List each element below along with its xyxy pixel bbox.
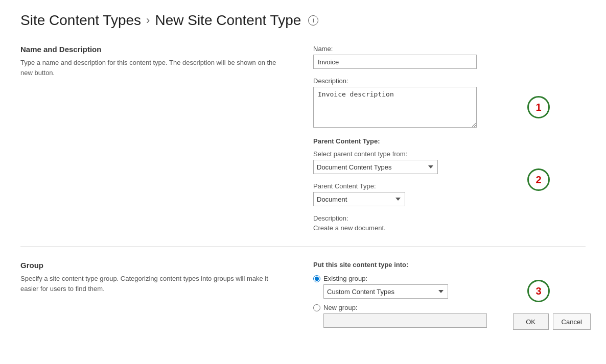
annotation-circle-3: 3 bbox=[527, 280, 550, 302]
annotation-circle-1: 1 bbox=[527, 96, 550, 118]
breadcrumb-separator: › bbox=[146, 14, 150, 27]
new-group-radio-row: New group: bbox=[313, 304, 586, 311]
annotation-circle-2: 2 bbox=[527, 168, 550, 191]
existing-group-radio[interactable] bbox=[313, 275, 320, 282]
existing-group-dropdown[interactable]: Custom Content Types Document Content Ty… bbox=[323, 284, 448, 299]
new-group-radio[interactable] bbox=[313, 304, 320, 311]
section-divider bbox=[20, 246, 586, 247]
breadcrumb-part1: Site Content Types bbox=[20, 12, 141, 29]
existing-group-label: Existing group: bbox=[323, 275, 367, 282]
info-icon[interactable]: i bbox=[308, 15, 318, 26]
description-textarea[interactable]: Invoice description bbox=[313, 87, 477, 128]
name-label: Name: bbox=[313, 45, 586, 53]
new-group-label: New group: bbox=[323, 304, 357, 311]
select-parent-dropdown[interactable]: Document Content Types List Content Type… bbox=[313, 160, 438, 174]
cancel-button[interactable]: Cancel bbox=[553, 313, 591, 330]
description-label: Description: bbox=[313, 77, 586, 85]
ok-button[interactable]: OK bbox=[513, 313, 549, 330]
name-input[interactable] bbox=[313, 55, 477, 69]
name-description-left: Name and Description Type a name and des… bbox=[20, 45, 303, 232]
page-title: Site Content Types › New Site Content Ty… bbox=[20, 12, 586, 29]
name-description-right: Name: Description: Invoice description P… bbox=[303, 45, 586, 232]
parent-type-dropdown[interactable]: Document Form Link to a Document Picture bbox=[313, 192, 405, 206]
new-group-input[interactable] bbox=[323, 313, 487, 328]
name-description-text: Type a name and description for this con… bbox=[20, 58, 283, 78]
name-field-group: Name: bbox=[313, 45, 586, 69]
put-into-label: Put this site content type into: bbox=[313, 261, 586, 269]
footer-buttons: OK Cancel bbox=[513, 313, 591, 330]
parent-description-group: Description: Create a new document. bbox=[313, 214, 586, 232]
group-left: Group Specify a site content type group.… bbox=[20, 261, 303, 328]
breadcrumb-part2: New Site Content Type bbox=[155, 12, 301, 29]
parent-section-label: Parent Content Type: bbox=[313, 137, 586, 145]
parent-desc-label: Description: bbox=[313, 214, 586, 222]
name-description-title: Name and Description bbox=[20, 45, 283, 54]
select-parent-label: Select parent content type from: bbox=[313, 150, 586, 158]
group-title: Group bbox=[20, 261, 283, 270]
group-description: Specify a site content type group. Categ… bbox=[20, 274, 283, 294]
parent-desc-value: Create a new document. bbox=[313, 224, 586, 232]
